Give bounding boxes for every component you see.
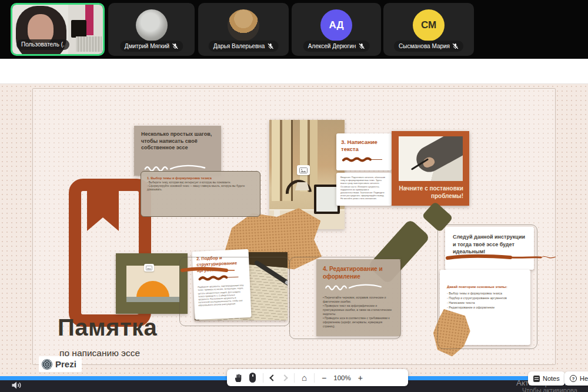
slide-title[interactable]: Памятка <box>58 314 157 341</box>
intro-card[interactable]: Несколько простых шагов, чтобы написать … <box>134 126 221 176</box>
zoom-in-button[interactable]: + <box>358 374 363 382</box>
canvas-navigation-bar: ⌂ − 100% + <box>227 369 408 386</box>
participant-name-label: Дарья Валерьевна <box>209 41 279 52</box>
step1-body: - Выберите тему, которая вас интересует … <box>147 181 254 192</box>
writing-arm <box>412 136 463 177</box>
participant-name: Дарья Валерьевна <box>213 43 265 49</box>
help-button[interactable]: ? Help <box>564 371 588 386</box>
step1-card[interactable]: 1. Выбор темы и формулировка тезиса - Вы… <box>141 171 260 217</box>
participant-tile[interactable]: АД Алексей Дерюгин <box>292 3 381 56</box>
help-label: Help <box>580 375 588 382</box>
participant-name-label: Пользователь (. <box>16 39 69 50</box>
divider <box>294 373 295 383</box>
avatar-initials: АД <box>320 9 352 41</box>
participant-name-label: Алексей Дерюгин <box>303 41 370 52</box>
divider <box>314 373 315 383</box>
avatar-initials-text: АД <box>329 19 343 31</box>
orange-brush-underline <box>341 156 385 163</box>
home-button[interactable]: ⌂ <box>302 373 307 382</box>
previous-button[interactable] <box>269 374 276 381</box>
step3-body-card[interactable]: Введение: Подготовьте читателя, обозначи… <box>336 173 392 206</box>
step3-heading-card[interactable]: 3. Написание текста <box>336 133 392 170</box>
topic-outline[interactable] <box>437 225 537 349</box>
participant-tile[interactable]: СМ Сысманова Мария <box>383 3 474 56</box>
zoom-level: 100% <box>333 374 350 381</box>
topic-outline[interactable] <box>179 257 290 326</box>
room-radiator <box>76 36 102 52</box>
olive-image-card[interactable] <box>116 253 188 314</box>
participant-tile-self[interactable]: Пользователь (. <box>11 3 105 56</box>
participant-name: Сысманова Мария <box>399 43 450 49</box>
participant-name-label: Сысманова Мария <box>394 41 463 52</box>
orange-card-text: Начните с постановки проблемы! <box>397 185 463 200</box>
mic-off-icon <box>452 43 459 49</box>
mic-off-icon <box>267 43 273 49</box>
participant-tile[interactable]: Дмитрий Мягкий <box>108 3 195 56</box>
step3-body: Введение: Подготовьте читателя, обозначи… <box>340 176 387 200</box>
notes-icon <box>533 376 540 382</box>
participant-name: Пользователь (. <box>21 42 65 48</box>
participant-name: Дмитрий Мягкий <box>125 43 169 49</box>
image-icon <box>146 266 152 270</box>
orange-photo-card[interactable]: Начните с постановки проблемы! <box>392 131 469 206</box>
image-placeholder-badge <box>297 165 310 175</box>
sun-shape <box>136 281 169 297</box>
app-window: Пользователь (. Дмитрий Мягкий Дарья Вал… <box>0 0 588 392</box>
image-placeholder-badge <box>144 264 154 272</box>
avatar-initials-text: СМ <box>421 19 436 31</box>
prezi-logo: Prezi <box>39 356 82 372</box>
zoom-out-button[interactable]: − <box>322 374 326 382</box>
editor-toolbar: Public ↶ ↷ ☁ Style T Text Media <box>0 59 588 84</box>
participant-tile[interactable]: Дарья Валерьевна <box>198 3 289 56</box>
avatar-initials: СМ <box>413 9 445 41</box>
notes-button[interactable]: Notes <box>528 371 565 386</box>
monitor-screen <box>316 187 338 212</box>
prezi-logo-text: Prezi <box>55 359 76 369</box>
windows-activation-watermark: Чтобы активирова <box>522 387 577 392</box>
lamp-shade <box>295 182 309 190</box>
mic-off-icon <box>172 43 178 49</box>
divider <box>263 373 263 383</box>
presentation-canvas[interactable]: Несколько простых шагов, чтобы написать … <box>0 84 588 376</box>
ground-strip <box>126 297 179 302</box>
step1-heading: 1. Выбор темы и формулировка тезиса <box>147 176 254 180</box>
participant-name: Алексей Дерюгин <box>308 43 356 49</box>
avatar <box>228 9 259 41</box>
question-icon: ? <box>570 375 577 382</box>
prezi-logo-icon <box>42 359 52 370</box>
speaker-icon[interactable] <box>11 381 22 390</box>
step3-heading: 3. Написание текста <box>341 139 387 153</box>
video-participants-strip: Пользователь (. Дмитрий Мягкий Дарья Вал… <box>0 0 588 59</box>
notes-label: Notes <box>543 375 560 382</box>
room-pink-wall <box>85 5 93 35</box>
participant-name-label: Дмитрий Мягкий <box>120 41 183 52</box>
handwriting-photo <box>399 136 463 181</box>
next-button[interactable] <box>281 374 288 381</box>
avatar <box>136 9 168 41</box>
mouse-mode-icon[interactable] <box>249 373 256 383</box>
topic-outline[interactable] <box>289 257 401 339</box>
mic-off-icon <box>358 43 365 49</box>
image-icon <box>299 167 308 173</box>
pan-hand-icon[interactable] <box>234 373 242 383</box>
room-monitor <box>71 20 86 38</box>
intro-card-text: Несколько простых шагов, чтобы написать … <box>141 131 214 152</box>
